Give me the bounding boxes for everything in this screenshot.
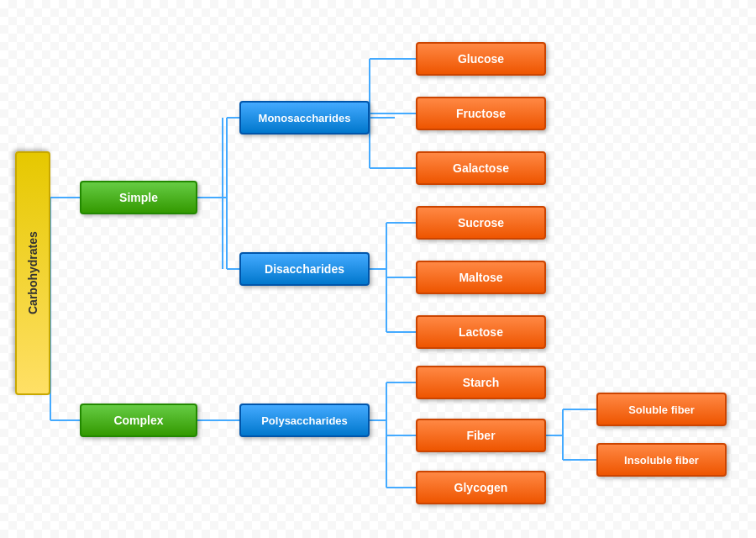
monosaccharides-node: Monosaccharides	[239, 101, 370, 134]
lactose-node: Lactose	[416, 315, 546, 349]
carbohydrates-diagram: Carbohydrates Simple Complex Monosacchar…	[0, 0, 756, 538]
disaccharides-node: Disaccharides	[239, 252, 370, 286]
polysaccharides-node: Polysaccharides	[239, 404, 370, 437]
carbohydrates-node: Carbohydrates	[15, 151, 50, 395]
maltose-node: Maltose	[416, 261, 546, 294]
complex-node: Complex	[80, 404, 197, 437]
starch-node: Starch	[416, 366, 546, 399]
galactose-node: Galactose	[416, 151, 546, 185]
glucose-node: Glucose	[416, 42, 546, 76]
insoluble-fiber-node: Insoluble fiber	[596, 443, 727, 477]
glycogen-node: Glycogen	[416, 471, 546, 504]
fiber-node: Fiber	[416, 419, 546, 452]
fructose-node: Fructose	[416, 97, 546, 130]
soluble-fiber-node: Soluble fiber	[596, 393, 727, 426]
simple-node: Simple	[80, 181, 197, 214]
sucrose-node: Sucrose	[416, 206, 546, 240]
